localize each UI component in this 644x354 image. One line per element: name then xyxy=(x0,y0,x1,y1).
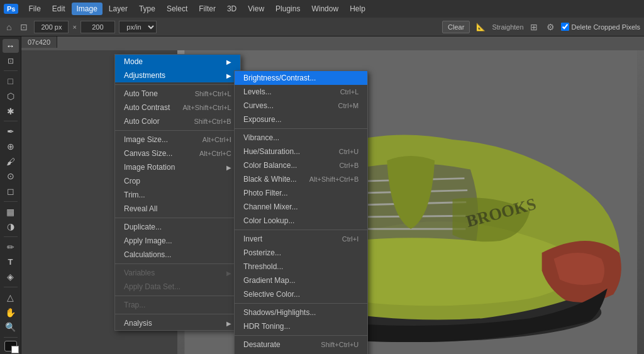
menu-color-balance[interactable]: Color Balance... Ctrl+B xyxy=(235,158,367,172)
tool-hand[interactable]: ✋ xyxy=(3,306,19,319)
menu-auto-color[interactable]: Auto Color Shift+Ctrl+B xyxy=(115,114,240,128)
menu-file[interactable]: File xyxy=(23,3,45,15)
tool-crop[interactable]: ⊡ xyxy=(3,54,19,68)
tool-move[interactable]: ↔ xyxy=(3,39,19,53)
menu-channel-mixer[interactable]: Channel Mixer... xyxy=(235,200,367,214)
tool-pen[interactable]: ✏ xyxy=(3,240,19,254)
canvas-area: 07c420 xyxy=(21,36,644,354)
tool-type[interactable]: T xyxy=(3,255,19,269)
menu-black-white[interactable]: Black & White... Alt+Shift+Ctrl+B xyxy=(235,172,367,186)
sep4 xyxy=(115,263,240,264)
menu-match-color[interactable]: Match Color... xyxy=(235,351,367,354)
dimension-sep: × xyxy=(72,23,76,31)
menu-auto-contrast[interactable]: Auto Contrast Alt+Shift+Ctrl+L xyxy=(115,101,240,114)
menu-mode[interactable]: Mode ▶ xyxy=(115,55,240,69)
tool-lasso[interactable]: ⬡ xyxy=(3,89,19,103)
menu-trap: Trap... xyxy=(115,298,240,312)
crop-icon[interactable]: ⊡ xyxy=(18,21,30,33)
width-input[interactable] xyxy=(34,21,69,33)
tool-separator-6 xyxy=(4,337,18,338)
canvas-tab[interactable]: 07c420 xyxy=(21,36,57,48)
tool-clone[interactable]: ⊙ xyxy=(3,169,19,183)
image-menu-dropdown[interactable]: Mode ▶ Adjustments ▶ Auto Tone Shift+Ctr… xyxy=(114,54,241,331)
straighten-label: Straighten xyxy=(492,23,523,31)
menu-image-rotation[interactable]: Image Rotation ▶ xyxy=(115,160,240,174)
menu-3d[interactable]: 3D xyxy=(222,3,242,15)
menu-levels[interactable]: Levels... Ctrl+L xyxy=(235,85,367,99)
menu-crop[interactable]: Crop xyxy=(115,174,240,188)
menu-image-size[interactable]: Image Size... Alt+Ctrl+I xyxy=(115,133,240,147)
menu-edit[interactable]: Edit xyxy=(47,3,70,15)
menu-desaturate[interactable]: Desaturate Shift+Ctrl+U xyxy=(235,338,367,351)
ps-logo: Ps xyxy=(4,4,18,14)
menu-analysis[interactable]: Analysis ▶ xyxy=(115,316,240,330)
menu-reveal-all[interactable]: Reveal All xyxy=(115,202,240,216)
menu-layer[interactable]: Layer xyxy=(104,3,133,15)
home-icon[interactable]: ⌂ xyxy=(4,21,14,33)
menu-canvas-size[interactable]: Canvas Size... Alt+Ctrl+C xyxy=(115,147,240,160)
menu-plugins[interactable]: Plugins xyxy=(270,3,305,15)
straighten-icon[interactable]: 📐 xyxy=(474,21,488,33)
menu-vibrance[interactable]: Vibrance... xyxy=(235,131,367,145)
menu-adjustments[interactable]: Adjustments ▶ xyxy=(115,69,240,82)
menu-brightness-contrast[interactable]: Brightness/Contrast... xyxy=(235,71,367,85)
menu-trim[interactable]: Trim... xyxy=(115,188,240,202)
tool-separator-4 xyxy=(4,236,18,237)
menu-filter[interactable]: Filter xyxy=(194,3,221,15)
tool-path[interactable]: ◈ xyxy=(3,270,19,284)
app-container: Ps File Edit Image Layer Type Select Fil… xyxy=(0,0,644,354)
menu-apply-dataset: Apply Data Set... xyxy=(115,280,240,294)
tool-select-rect[interactable]: □ xyxy=(3,74,19,88)
menu-duplicate[interactable]: Duplicate... xyxy=(115,220,240,234)
tool-quick-select[interactable]: ✱ xyxy=(3,104,19,118)
menu-photo-filter[interactable]: Photo Filter... xyxy=(235,186,367,200)
tool-foreground[interactable] xyxy=(4,341,17,351)
tool-gradient[interactable]: ▦ xyxy=(3,205,19,219)
tool-separator-3 xyxy=(4,201,18,202)
menu-gradient-map[interactable]: Gradient Map... xyxy=(235,274,367,287)
menu-threshold[interactable]: Threshold... xyxy=(235,260,367,274)
menu-exposure[interactable]: Exposure... xyxy=(235,113,367,126)
tool-healing[interactable]: ⊕ xyxy=(3,140,19,153)
menu-hdr-toning[interactable]: HDR Toning... xyxy=(235,319,367,333)
tool-eyedropper[interactable]: ✒ xyxy=(3,124,19,138)
delete-cropped-label[interactable]: Delete Cropped Pixels xyxy=(561,23,640,31)
tool-separator xyxy=(4,70,18,71)
adjustments-submenu-dropdown[interactable]: Brightness/Contrast... Levels... Ctrl+L … xyxy=(234,70,368,354)
menu-window[interactable]: Window xyxy=(306,3,343,15)
unit-select[interactable]: px/in xyxy=(119,21,157,33)
menu-shadows-highlights[interactable]: Shadows/Highlights... xyxy=(235,306,367,319)
delete-cropped-checkbox[interactable] xyxy=(561,23,569,31)
height-input[interactable] xyxy=(80,21,115,33)
tool-zoom[interactable]: 🔍 xyxy=(3,320,19,334)
tool-dodge[interactable]: ◑ xyxy=(3,219,19,233)
tool-brush[interactable]: 🖌 xyxy=(3,155,19,169)
menu-hue-saturation[interactable]: Hue/Saturation... Ctrl+U xyxy=(235,145,367,158)
menu-view[interactable]: View xyxy=(243,3,269,15)
toolbar: ↔ ⊡ □ ⬡ ✱ ✒ ⊕ 🖌 ⊙ ◻ ▦ ◑ ✏ T ◈ △ ✋ 🔍 xyxy=(0,36,21,354)
menu-selective-color[interactable]: Selective Color... xyxy=(235,287,367,301)
menu-help[interactable]: Help xyxy=(345,3,370,15)
tool-shape[interactable]: △ xyxy=(3,290,19,304)
tool-eraser[interactable]: ◻ xyxy=(3,184,19,198)
menu-apply-image[interactable]: Apply Image... xyxy=(115,234,240,248)
adj-sep2 xyxy=(235,230,367,230)
menu-auto-tone[interactable]: Auto Tone Shift+Ctrl+L xyxy=(115,87,240,101)
menu-invert[interactable]: Invert Ctrl+I xyxy=(235,232,367,246)
menu-posterize[interactable]: Posterize... xyxy=(235,246,367,260)
menu-variables: Variables ▶ xyxy=(115,266,240,280)
clear-button[interactable]: Clear xyxy=(442,21,470,33)
menu-type[interactable]: Type xyxy=(134,3,160,15)
grid-icon[interactable]: ⊞ xyxy=(528,21,540,33)
menu-image[interactable]: Image xyxy=(72,3,103,15)
tool-separator-2 xyxy=(4,121,18,121)
main-area: ↔ ⊡ □ ⬡ ✱ ✒ ⊕ 🖌 ⊙ ◻ ▦ ◑ ✏ T ◈ △ ✋ 🔍 xyxy=(0,36,644,354)
menu-color-lookup[interactable]: Color Lookup... xyxy=(235,214,367,228)
gear-icon[interactable]: ⚙ xyxy=(544,21,557,33)
options-bar: ⌂ ⊡ × px/in Clear 📐 Straighten ⊞ ⚙ Delet… xyxy=(0,18,644,36)
menu-select[interactable]: Select xyxy=(162,3,192,15)
menu-calculations[interactable]: Calculations... xyxy=(115,248,240,262)
menu-curves[interactable]: Curves... Ctrl+M xyxy=(235,99,367,113)
sep2 xyxy=(115,130,240,131)
sep6 xyxy=(115,314,240,314)
